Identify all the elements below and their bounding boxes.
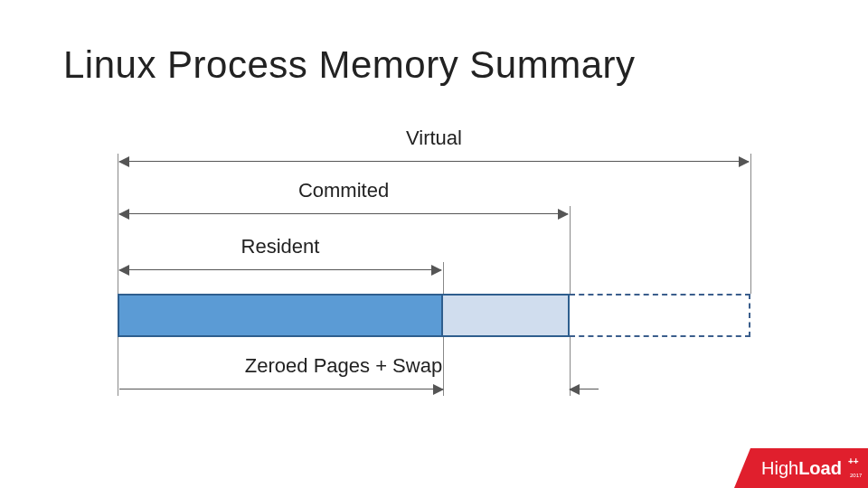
logo-year: 2017 — [850, 473, 863, 478]
dim-swap-left — [119, 389, 443, 389]
slide-title: Linux Process Memory Summary — [63, 43, 636, 87]
label-swap: Zeroed Pages + Swap — [118, 354, 570, 378]
dim-virtual — [119, 161, 749, 162]
svg-text:HighLoad: HighLoad — [761, 458, 842, 478]
dim-commited — [119, 213, 568, 214]
ext-swap-left — [118, 337, 118, 396]
dim-swap-right — [570, 389, 599, 389]
segment-commited-nonresident — [443, 294, 570, 337]
label-commited: Commited — [118, 179, 570, 202]
memory-bar — [118, 294, 750, 337]
brand-logo: HighLoad ++ 2017 — [734, 448, 868, 488]
segment-virtual-uncommited — [570, 294, 750, 337]
dim-resident — [119, 269, 441, 270]
label-virtual: Virtual — [118, 127, 750, 150]
logo-text-left: High — [761, 458, 798, 478]
ext-virtual-right — [750, 154, 751, 294]
memory-diagram: Virtual Commited Resident Zeroed Pages +… — [118, 127, 750, 407]
label-resident: Resident — [118, 235, 443, 258]
logo-superscript: ++ — [848, 456, 859, 466]
segment-resident — [118, 294, 443, 337]
logo-text-right: Load — [798, 458, 842, 478]
